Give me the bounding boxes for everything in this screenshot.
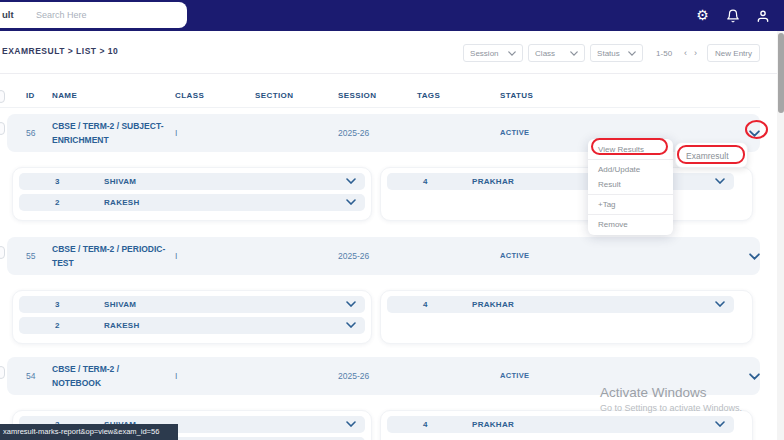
tags-card-left: 3 SHIVAM 2 RAKESH	[12, 290, 372, 344]
session-filter-select[interactable]: Session	[463, 44, 523, 62]
breadcrumb: EXAMRESULT > LIST > 10	[2, 46, 118, 56]
status-filter-select[interactable]: Status	[590, 44, 643, 62]
menu-divider	[588, 194, 673, 195]
chevron-down-icon	[346, 301, 356, 307]
chevron-down-icon	[749, 373, 760, 380]
chevron-down-icon	[570, 51, 578, 56]
chevron-down-icon	[346, 178, 356, 184]
next-page-button[interactable]: ›	[693, 48, 698, 58]
chevron-down-icon	[715, 301, 725, 307]
menu-item-view-results[interactable]: View Results	[588, 142, 673, 157]
row-class: I	[175, 251, 177, 261]
row-name: CBSE / TERM-2 / SUBJECT- ENRICHMENT	[52, 119, 177, 147]
top-navbar: ult ⚙	[0, 0, 784, 31]
column-header-class: CLASS	[175, 91, 204, 100]
row-checkbox-partial[interactable]	[0, 366, 5, 379]
pagination-range: 1-50	[656, 49, 672, 58]
search-box: ult	[0, 2, 187, 28]
menu-item-add-update[interactable]: Add/Update	[588, 162, 673, 177]
browser-link-preview: xamresult-marks-report&op=view&exam_id=5…	[0, 424, 178, 440]
row-actions-toggle[interactable]	[744, 248, 764, 264]
tags-card-right: 4 PRAKHAR	[380, 167, 753, 221]
row-actions-toggle[interactable]	[744, 125, 764, 141]
chevron-down-icon	[749, 253, 760, 260]
user-profile-icon[interactable]	[755, 8, 770, 23]
row-class: I	[175, 371, 177, 381]
column-header-name: NAME	[52, 91, 77, 100]
column-header-session: SESSION	[338, 91, 376, 100]
status-badge: ACTIVE	[500, 371, 529, 380]
chevron-down-icon	[749, 130, 760, 137]
tag-expand-chevron[interactable]	[715, 178, 725, 184]
notifications-bell-icon[interactable]	[725, 8, 740, 23]
menu-divider	[588, 214, 673, 215]
tag-list-item: 4 PRAKHAR	[387, 173, 734, 190]
column-header-tags: TAGS	[417, 91, 440, 100]
tags-card-left: 3 SHIVAM 2 RAKESH	[12, 167, 372, 221]
navbar-icons: ⚙	[695, 0, 770, 31]
chevron-down-icon	[346, 199, 356, 205]
tag-expand-chevron[interactable]	[346, 421, 356, 427]
status-badge: ACTIVE	[500, 251, 529, 260]
row-actions-toggle[interactable]	[744, 368, 764, 384]
tags-card-right: 4 PRAKHAR	[380, 410, 753, 440]
column-header-id: ID	[26, 91, 35, 100]
chevron-down-icon	[715, 178, 725, 184]
tags-card-right: 4 PRAKHAR	[380, 290, 753, 344]
examresult-list-page: ult ⚙ EXAMRESULT > LIST > 10 Session	[0, 0, 784, 440]
search-input[interactable]	[36, 5, 176, 25]
tag-expand-chevron[interactable]	[715, 301, 725, 307]
table-header: ID NAME CLASS SECTION SESSION TAGS STATU…	[0, 86, 760, 108]
column-header-status: STATUS	[500, 91, 533, 100]
examresult-tooltip-badge: Examresult	[675, 142, 748, 168]
row-session: 2025-26	[338, 128, 369, 138]
select-all-checkbox-partial[interactable]	[0, 90, 5, 103]
chevron-down-icon	[715, 421, 725, 427]
tag-expand-chevron[interactable]	[346, 178, 356, 184]
scrollbar-thumb[interactable]	[778, 33, 784, 113]
tag-expand-chevron[interactable]	[346, 199, 356, 205]
row-id: 56	[26, 128, 35, 138]
tag-expand-chevron[interactable]	[346, 301, 356, 307]
row-class: I	[175, 128, 177, 138]
menu-divider	[588, 159, 673, 160]
row-checkbox-partial[interactable]	[0, 122, 5, 135]
list-toolbar: EXAMRESULT > LIST > 10 Session Class Sta…	[0, 31, 784, 74]
column-header-section: SECTION	[255, 91, 293, 100]
status-badge: ACTIVE	[500, 128, 529, 137]
row-name: CBSE / TERM-2 / PERIODIC- TEST	[52, 242, 177, 270]
row-checkbox-partial[interactable]	[0, 246, 5, 259]
chevron-down-icon	[346, 322, 356, 328]
tag-list-item: 3 SHIVAM	[19, 296, 365, 313]
brand-text-partial: ult	[2, 9, 14, 20]
row-id: 54	[26, 371, 35, 381]
menu-item-tag[interactable]: +Tag	[588, 197, 673, 212]
prev-page-button[interactable]: ‹	[683, 48, 688, 58]
tag-list-item: 2 RAKESH	[19, 317, 365, 334]
chevron-down-icon	[508, 51, 516, 56]
tag-list-item: 4 PRAKHAR	[387, 416, 734, 433]
row-session: 2025-26	[338, 251, 369, 261]
menu-item-remove[interactable]: Remove	[588, 217, 673, 232]
class-filter-select[interactable]: Class	[528, 44, 585, 62]
row-session: 2025-26	[338, 371, 369, 381]
row-id: 55	[26, 251, 35, 261]
tag-list-item: 4 PRAKHAR	[387, 296, 734, 313]
tag-list-item: 3 SHIVAM	[19, 173, 365, 190]
tag-expand-chevron[interactable]	[715, 421, 725, 427]
new-entry-button[interactable]: New Entry	[707, 44, 760, 62]
tag-list-item: 2 RAKESH	[19, 194, 365, 211]
menu-item-result[interactable]: Result	[588, 177, 673, 192]
vertical-scrollbar[interactable]	[777, 31, 784, 440]
chevron-down-icon	[346, 421, 356, 427]
filter-bar: Session Class Status 1-50 ‹ › New Entry	[463, 44, 760, 62]
row-actions-context-menu: View Results Add/Update Result +Tag Remo…	[588, 139, 673, 235]
row-name: CBSE / TERM-2 / NOTEBOOK	[52, 362, 177, 390]
tag-expand-chevron[interactable]	[346, 322, 356, 328]
settings-gear-icon[interactable]: ⚙	[695, 8, 710, 23]
chevron-down-icon	[628, 51, 636, 56]
